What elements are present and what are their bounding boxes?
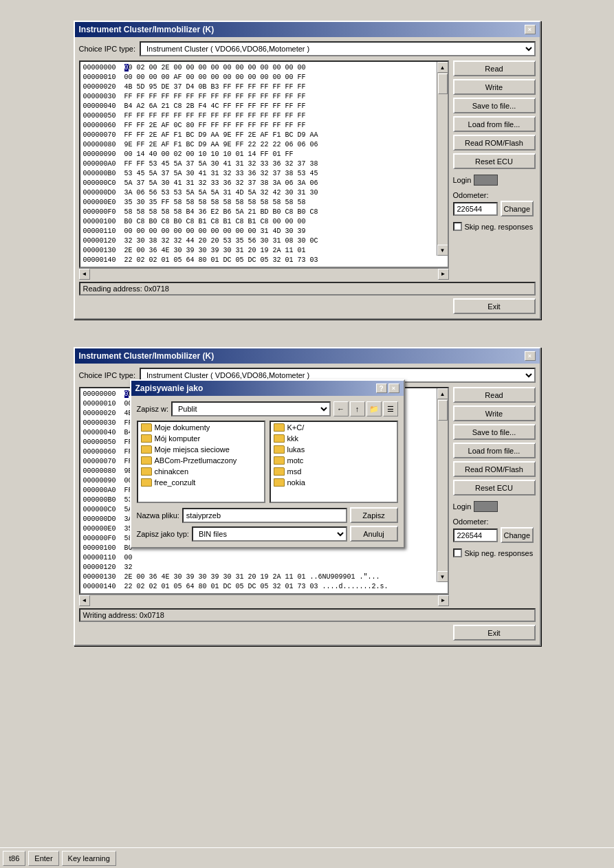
window1-write-btn[interactable]: Write: [453, 79, 536, 95]
save-dialog-zapisz-btn[interactable]: Zapisz: [350, 507, 398, 523]
save-dialog-filetype-label-area: Zapisz jako typ:: [137, 530, 189, 538]
window1-title: Instrument Cluster/Immobilizer (K): [79, 25, 215, 34]
window2-save-btn[interactable]: Save to file...: [453, 424, 536, 440]
window1-exit-btn[interactable]: Exit: [453, 298, 536, 314]
folder-lukas[interactable]: lukas: [271, 444, 397, 455]
save-dialog-location-select[interactable]: Publit: [171, 401, 331, 416]
folder-label-msd: msd: [287, 467, 302, 476]
window2-reset-btn[interactable]: Reset ECU: [453, 480, 536, 496]
window2-scroll-up[interactable]: ▲: [437, 388, 448, 399]
window2-odometer-value: 226544: [453, 528, 498, 542]
folder-free-conzult[interactable]: free_conzult: [138, 477, 264, 488]
window1-title-buttons: ×: [525, 25, 536, 34]
folder-label-lukas: lukas: [287, 445, 305, 454]
folder-label-free-conzult: free_conzult: [155, 478, 196, 487]
window2-bottom-row: Exit: [79, 625, 536, 641]
window1-hscroll-track[interactable]: [90, 269, 438, 280]
folder-icon-motc: [274, 456, 285, 465]
window2-scroll-thumb[interactable]: [438, 400, 448, 421]
window2-write-btn[interactable]: Write: [453, 405, 536, 421]
folder-moje-miejsca[interactable]: Moje miejsca sieciowe: [138, 444, 264, 455]
window2-login-badge: [474, 501, 498, 512]
window2-odometer-row: 226544 Change: [453, 527, 536, 543]
save-dialog-body: Zapisz w: Publit ← ↑ 📁 ☰: [131, 396, 404, 547]
window1-odometer-area: Odometer: 226544 Change: [453, 191, 536, 216]
folder-icon-nokia: [274, 478, 285, 487]
folder-moje-dokumenty[interactable]: Moje dokumenty: [138, 422, 264, 433]
folder-label-chinakcen: chinakcen: [155, 467, 189, 476]
save-dialog-anuluj-btn[interactable]: Anuluj: [350, 526, 398, 542]
folder-moj-komputer[interactable]: Mój komputer: [138, 433, 264, 444]
window1-right-panel: Read Write Save to file... Load from fil…: [453, 60, 536, 279]
window1-reset-btn[interactable]: Reset ECU: [453, 153, 536, 169]
save-dialog-filename-input[interactable]: [182, 508, 347, 523]
window2-skip-checkbox[interactable]: [453, 548, 462, 557]
window1-scrollbar[interactable]: ▲ ▼: [437, 62, 448, 256]
window2-scroll-left[interactable]: ◄: [79, 595, 90, 606]
window1-odometer-value: 226544: [453, 202, 498, 216]
save-dialog-up-btn[interactable]: ↑: [350, 401, 365, 416]
window1-read-btn[interactable]: Read: [453, 60, 536, 76]
window1-scroll-right[interactable]: ►: [438, 269, 449, 280]
folder-k-plus-c[interactable]: K+C/: [271, 422, 397, 433]
window2-scrollbar[interactable]: ▲ ▼: [437, 388, 448, 582]
window2-exit-btn[interactable]: Exit: [453, 625, 536, 641]
window1-hex-area: 00000000 00 02 00 2E 00 00 00 00 00 00 0…: [79, 60, 449, 279]
window2-title: Instrument Cluster/Immobilizer (K): [79, 351, 215, 361]
window1-scroll-up[interactable]: ▲: [437, 62, 448, 73]
window1-skip-checkbox[interactable]: [453, 222, 462, 231]
window1-login-badge: [474, 175, 498, 186]
window1-scroll-left[interactable]: ◄: [79, 269, 90, 280]
window2-close-btn[interactable]: ×: [525, 351, 536, 361]
window1-scroll-down[interactable]: ▼: [437, 245, 448, 256]
folder-kkk[interactable]: kkk: [271, 433, 397, 444]
save-dialog-help-btn[interactable]: ?: [376, 383, 387, 393]
save-dialog-filetype-select[interactable]: BIN files: [192, 526, 347, 542]
save-dialog-close-btn[interactable]: ×: [388, 383, 399, 393]
window1-title-bar: Instrument Cluster/Immobilizer (K) ×: [75, 22, 540, 37]
folder-label-moje-dokumenty: Moje dokumenty: [155, 423, 210, 432]
window1-load-btn[interactable]: Load from file...: [453, 116, 536, 132]
window2-read-rom-btn[interactable]: Read ROM/Flash: [453, 461, 536, 477]
window1-read-rom-btn[interactable]: Read ROM/Flash: [453, 135, 536, 151]
save-dialog-filename-label: Nazwa pliku:: [137, 511, 179, 520]
folder-icon-kkk: [274, 434, 285, 443]
window1-form-row: Choice IPC type: Instrument Cluster ( VD…: [79, 41, 536, 56]
folder-abcom[interactable]: ABCom-Przetlumaczony: [138, 455, 264, 466]
window1-hscroll: ◄ ►: [79, 268, 449, 279]
window2-change-btn[interactable]: Change: [501, 527, 534, 543]
save-dialog-title: Zapisywanie jako: [135, 383, 204, 393]
save-dialog-back-btn[interactable]: ←: [333, 401, 349, 416]
window2-load-btn[interactable]: Load from file...: [453, 443, 536, 458]
save-dialog-view-btn[interactable]: ☰: [383, 401, 398, 416]
window1-dropdown[interactable]: Instrument Cluster ( VDO66,VDO86,Motomet…: [140, 41, 535, 56]
window1-skip-row: Skip neg. responses: [453, 222, 536, 231]
window2-body: Choice IPC type: Instrument Cluster ( VD…: [75, 364, 540, 645]
window2-login-label: Login: [453, 502, 472, 511]
save-dialog-file-list[interactable]: Moje dokumenty Mój komputer Moje miejsca…: [137, 421, 265, 503]
window1-body: Choice IPC type: Instrument Cluster ( VD…: [75, 37, 540, 318]
window2-read-btn[interactable]: Read: [453, 387, 536, 403]
folder-motc[interactable]: motc: [271, 455, 397, 466]
save-dialog-browse-buttons: ← ↑ 📁 ☰: [333, 401, 398, 416]
save-dialog-new-folder-btn[interactable]: 📁: [366, 401, 382, 416]
window2-scroll-right[interactable]: ►: [438, 595, 449, 606]
window1-login-area: Login: [453, 175, 536, 186]
window1-hex-content: 00000000 00 02 00 2E 00 00 00 00 00 00 0…: [80, 62, 448, 267]
folder-icon-abcom: [141, 456, 152, 465]
window1-hex-panel[interactable]: 00000000 00 02 00 2E 00 00 00 00 00 00 0…: [79, 60, 449, 268]
window1-close-btn[interactable]: ×: [525, 25, 536, 34]
window1-scroll-thumb[interactable]: [438, 74, 448, 94]
save-dialog-file-list-right[interactable]: K+C/ kkk lukas: [270, 421, 398, 503]
folder-nokia[interactable]: nokia: [271, 477, 397, 488]
window2-scroll-down[interactable]: ▼: [437, 571, 448, 582]
window2-hscroll-track[interactable]: [90, 595, 438, 606]
folder-chinakcen[interactable]: chinakcen: [138, 466, 264, 477]
window1: Instrument Cluster/Immobilizer (K) × Cho…: [74, 21, 541, 320]
window1-change-btn[interactable]: Change: [501, 201, 534, 216]
save-dialog-title-buttons: ? ×: [376, 383, 399, 393]
folder-msd[interactable]: msd: [271, 466, 397, 477]
window1-save-btn[interactable]: Save to file...: [453, 98, 536, 113]
save-dialog-filetype-row: Zapisz jako typ: BIN files Anuluj: [137, 526, 398, 542]
save-dialog-filename-row: Nazwa pliku: Zapisz: [137, 507, 398, 523]
